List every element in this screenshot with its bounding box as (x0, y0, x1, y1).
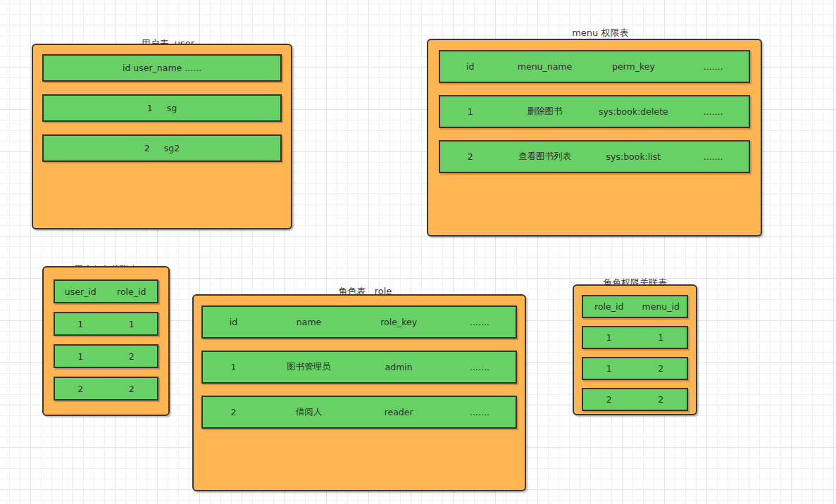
table-cell: 1 (203, 362, 264, 372)
table-cell: 2 (635, 363, 687, 374)
table-cell: 查看图书列表 (501, 151, 589, 163)
table-row[interactable]: 2 查看图书列表 sys:book:list ....... (439, 140, 750, 173)
table-row[interactable]: 1 2 (582, 357, 688, 380)
table-cell: reader (354, 407, 444, 417)
table-cell: 1 (635, 332, 687, 343)
table-cell: 图书管理员 (264, 361, 354, 373)
table-cell: 2 (55, 384, 106, 394)
table-cell: 1 (440, 106, 501, 117)
table-cell: ....... (444, 317, 516, 327)
table-cell: id (203, 317, 264, 327)
table-cell: 2 (106, 384, 158, 394)
table-menu-card[interactable]: id menu_name perm_key ....... 1 删除图书 sys… (427, 39, 762, 237)
table-row[interactable]: id name role_key ....... (201, 305, 517, 339)
table-cell: name (264, 317, 354, 327)
table-row[interactable]: 1 1 (54, 312, 158, 336)
table-cell: 2 (583, 394, 635, 405)
table-row[interactable]: 1 图书管理员 admin ....... (201, 351, 517, 384)
table-cell: 1 (55, 319, 106, 329)
table-user-card[interactable]: id user_name ...... 1 sg 2 sg2 (32, 44, 292, 229)
table-cell: 2 (106, 351, 158, 362)
table-cell: ....... (678, 61, 749, 72)
table-cell: 1 (147, 103, 153, 113)
table-row[interactable]: user_id role_id (54, 279, 158, 303)
table-cell: 删除图书 (501, 106, 589, 118)
table-menu-title-text: menu 权限表 (572, 27, 628, 38)
table-cell: user_id (55, 286, 106, 297)
table-cell: 1 (55, 351, 106, 362)
table-cell: role_id (106, 286, 158, 297)
table-cell: 2 (440, 151, 501, 162)
table-user-role-card[interactable]: user_id role_id 1 1 1 2 2 2 (42, 266, 170, 416)
table-cell: 1 (106, 319, 158, 329)
table-cell: role_key (354, 317, 444, 327)
table-cell: 1 (583, 332, 635, 343)
table-row[interactable]: 2 借阅人 reader ....... (201, 396, 517, 429)
table-cell: 1 (583, 363, 635, 374)
table-cell: sys:book:delete (589, 106, 678, 117)
table-cell: sg (167, 103, 177, 113)
table-cell: ....... (444, 362, 516, 372)
table-cell: sg2 (164, 143, 180, 153)
table-cell: id (440, 61, 501, 72)
table-row[interactable]: 1 删除图书 sys:book:delete ....... (439, 95, 750, 128)
table-row[interactable]: 2 sg2 (42, 134, 282, 162)
table-cell: id user_name ...... (123, 63, 201, 73)
table-cell: menu_name (501, 61, 589, 72)
table-role-card[interactable]: id name role_key ....... 1 图书管理员 admin .… (192, 294, 526, 491)
table-cell: 2 (144, 143, 150, 153)
table-row[interactable]: 2 2 (54, 377, 158, 401)
table-cell: ....... (444, 407, 516, 417)
table-cell: 2 (203, 407, 264, 417)
table-cell: ....... (678, 151, 749, 162)
table-cell: perm_key (589, 61, 678, 72)
table-role-menu-card[interactable]: role_id menu_id 1 1 1 2 2 2 (573, 284, 697, 415)
table-cell: 借阅人 (264, 406, 354, 418)
table-cell: menu_id (635, 301, 687, 312)
table-cell: sys:book:list (589, 151, 678, 162)
table-cell: ....... (678, 106, 749, 117)
table-row[interactable]: 1 2 (54, 344, 158, 368)
table-cell: role_id (583, 301, 635, 312)
table-cell: 2 (635, 394, 687, 405)
table-cell: admin (354, 362, 444, 372)
table-row[interactable]: 1 1 (582, 326, 688, 349)
table-row[interactable]: 1 sg (42, 94, 282, 122)
table-row[interactable]: 2 2 (582, 388, 688, 411)
table-row[interactable]: role_id menu_id (582, 295, 688, 318)
diagram-canvas: 用户表 user id user_name ...... 1 sg 2 sg2 … (0, 0, 836, 504)
table-row[interactable]: id menu_name perm_key ....... (439, 50, 750, 83)
table-row[interactable]: id user_name ...... (42, 54, 282, 82)
